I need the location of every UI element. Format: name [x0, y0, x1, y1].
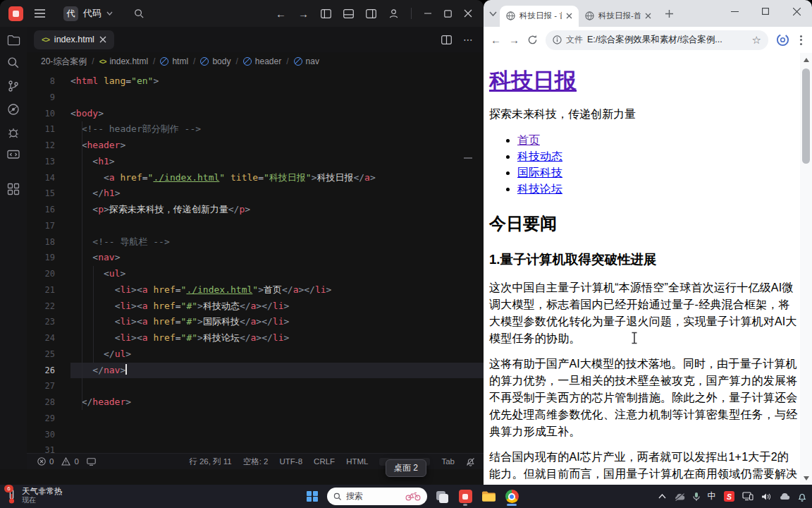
breadcrumb-item[interactable]: <>index.html	[99, 56, 148, 66]
live-share-icon[interactable]	[7, 103, 20, 116]
page-nav-link[interactable]: 国际科技	[517, 167, 562, 179]
code-line[interactable]: 13 <h1>	[27, 154, 484, 170]
info-icon[interactable]	[553, 35, 562, 44]
nav-back-icon[interactable]: ←	[276, 8, 286, 19]
remote-window-icon[interactable]	[7, 150, 20, 161]
page-nav-link[interactable]: 科技动态	[517, 150, 562, 162]
breadcrumb-item[interactable]: html	[160, 56, 188, 66]
explorer-icon[interactable]	[7, 34, 20, 46]
status-item[interactable]: CRLF	[314, 457, 335, 466]
code-line[interactable]: 31	[27, 442, 484, 453]
forward-icon[interactable]: →	[509, 35, 519, 45]
page-nav-link[interactable]: 科技论坛	[517, 183, 562, 195]
page-title-link[interactable]: 科技日报	[489, 68, 577, 93]
ime-indicator[interactable]: 中	[708, 490, 717, 502]
code-line[interactable]: 20 <ul>	[27, 266, 484, 282]
close-icon[interactable]	[464, 9, 472, 18]
code-line[interactable]: 26 </nav>	[27, 363, 484, 379]
warnings-count[interactable]: 0	[74, 457, 78, 466]
search-icon[interactable]	[134, 8, 144, 19]
status-item[interactable]: UTF-8	[280, 457, 303, 466]
toggle-panel-icon[interactable]	[343, 9, 354, 18]
debug-icon[interactable]	[7, 126, 20, 139]
code-line[interactable]: 30	[27, 427, 484, 443]
microphone-icon[interactable]	[693, 492, 700, 502]
address-bar[interactable]: 文件 E:/综合案例效果和素材/综合案例... ☆	[546, 30, 768, 50]
status-item[interactable]: 空格: 2	[243, 456, 269, 467]
tab-index-html[interactable]: <> index.html	[34, 30, 114, 49]
breadcrumb-item[interactable]: header	[243, 56, 281, 66]
code-line[interactable]: 9	[27, 90, 484, 106]
minimize-icon[interactable]	[719, 0, 750, 23]
code-line[interactable]: 27	[27, 378, 484, 394]
code-line[interactable]: 28 </header>	[27, 394, 484, 411]
source-control-icon[interactable]	[7, 80, 20, 92]
speaker-icon[interactable]	[761, 492, 771, 501]
cloud-drive-icon[interactable]	[779, 492, 790, 500]
browser-menu-icon[interactable]	[797, 35, 805, 45]
code-line[interactable]: 24 <li><a href="#">科技论坛</a></li>	[27, 330, 484, 346]
browser-tab-active[interactable]: 科技日报 - 首	[500, 6, 579, 27]
code-line[interactable]: 14 <a href="./index.html" title="科技日报">科…	[27, 170, 484, 186]
account-icon[interactable]	[388, 8, 399, 19]
weather-widget[interactable]: 6 天气非常热 现在	[6, 487, 63, 504]
scroll-up-icon[interactable]	[800, 54, 812, 65]
code-line[interactable]: 22 <li><a href="#">科技动态</a></li>	[27, 298, 484, 315]
file-explorer-button[interactable]	[480, 487, 497, 507]
project-switcher[interactable]: 代 代码	[63, 6, 113, 21]
back-icon[interactable]: ←	[491, 35, 501, 45]
code-line[interactable]: 18 <!-- 导航栏 -->	[27, 234, 484, 250]
code-line[interactable]: 17	[27, 218, 484, 234]
scroll-down-icon[interactable]	[800, 473, 812, 483]
close-tab-icon[interactable]	[99, 36, 106, 43]
breadcrumb-item[interactable]: 20-综合案例	[41, 56, 87, 68]
maximize-icon[interactable]	[750, 0, 781, 23]
page-nav-link[interactable]: 首页	[517, 134, 540, 146]
breadcrumb-item[interactable]: body	[200, 56, 230, 66]
close-tab-icon[interactable]	[566, 13, 572, 19]
status-item-tab[interactable]: Tab	[441, 457, 455, 466]
scrollbar-thumb[interactable]	[802, 68, 810, 164]
chrome-taskbar-button[interactable]	[503, 487, 520, 507]
sogou-ime-icon[interactable]: S	[724, 491, 734, 502]
maximize-icon[interactable]	[444, 10, 452, 18]
profile-icon[interactable]	[776, 33, 789, 47]
code-line[interactable]: 19 <nav>	[27, 250, 484, 266]
browser-tab[interactable]: 科技日报-首页	[579, 6, 658, 27]
toggle-secondary-sidebar-icon[interactable]	[366, 9, 376, 18]
task-view-button[interactable]	[433, 487, 450, 507]
taskbar-search[interactable]: 搜索	[327, 488, 427, 505]
code-line[interactable]: 12 <header>	[27, 138, 484, 154]
status-item[interactable]: 行 26, 列 11	[189, 456, 232, 467]
ports-icon[interactable]	[87, 458, 96, 466]
menu-icon[interactable]	[35, 9, 45, 18]
warnings-icon[interactable]	[61, 457, 70, 466]
code-line[interactable]: 25 </ul>	[27, 346, 484, 363]
errors-count[interactable]: 0	[49, 457, 54, 466]
toggle-sidebar-icon[interactable]	[321, 9, 331, 18]
code-line[interactable]: 21 <li><a href="./index.html">首页</a></li…	[27, 282, 484, 298]
search-sidebar-icon[interactable]	[7, 56, 20, 69]
scheme-chip[interactable]: 文件	[566, 34, 583, 46]
close-icon[interactable]	[781, 0, 812, 23]
tab-search-icon[interactable]	[489, 11, 497, 16]
code-line[interactable]: 8<html lang="en">	[27, 73, 484, 90]
cloud-off-icon[interactable]	[674, 492, 685, 501]
code-editor[interactable]: 8<html lang="en">910<body>11 <!-- header…	[27, 71, 484, 453]
start-button[interactable]	[304, 487, 321, 507]
bell-muted-icon[interactable]	[466, 457, 475, 466]
minimize-icon[interactable]	[424, 9, 432, 18]
code-line[interactable]: 23 <li><a href="#">国际科技</a></li>	[27, 314, 484, 330]
extensions-icon[interactable]	[7, 183, 20, 195]
code-editor-taskbar-button[interactable]	[457, 487, 474, 507]
display-device-icon[interactable]	[742, 492, 753, 501]
code-line[interactable]: 11 <!-- header部分制作 -->	[27, 121, 484, 138]
reload-icon[interactable]	[527, 35, 538, 45]
status-item[interactable]: HTML	[346, 457, 368, 466]
split-editor-icon[interactable]	[441, 35, 452, 44]
url-text[interactable]: E:/综合案例效果和素材/综合案例...	[587, 34, 748, 46]
new-tab-icon[interactable]	[665, 9, 674, 18]
close-tab-icon[interactable]	[645, 13, 651, 19]
breadcrumb-item[interactable]: nav	[294, 56, 319, 66]
bookmark-star-icon[interactable]: ☆	[752, 35, 761, 45]
